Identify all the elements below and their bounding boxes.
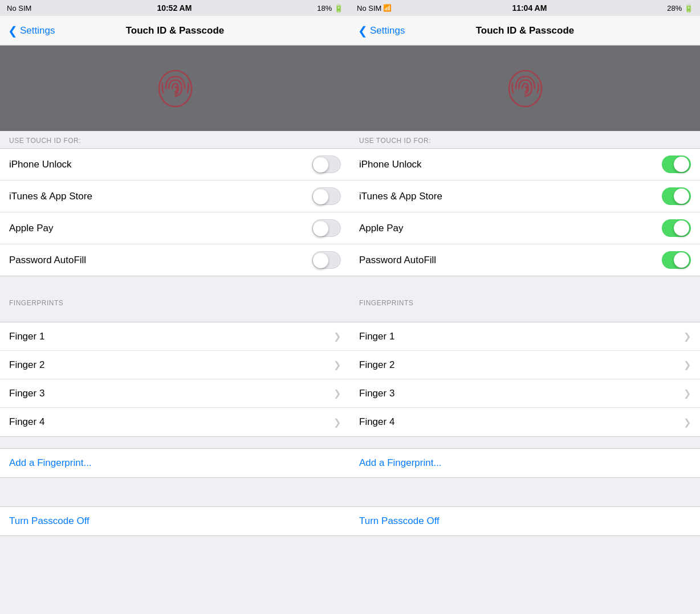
status-right: 18% 🔋 <box>317 4 343 13</box>
add-fingerprint-section: Add a Fingerprint... <box>350 448 700 478</box>
fingerprint-list: Finger 1 ❯ Finger 2 ❯ Finger 3 ❯ Finger … <box>350 322 700 437</box>
back-chevron-icon: ❮ <box>8 25 18 36</box>
status-time: 11:04 AM <box>512 3 547 13</box>
chevron-icon-0: ❯ <box>683 331 691 342</box>
toggle-row-0: iPhone Unlock <box>0 149 350 181</box>
status-bar: No SIM 10:52 AM 18% 🔋 <box>0 0 350 16</box>
chevron-icon-1: ❯ <box>683 359 691 370</box>
toggle-knob-2 <box>674 220 689 236</box>
chevron-icon-3: ❯ <box>333 417 341 428</box>
chevron-icon-0: ❯ <box>333 331 341 342</box>
passcode-row: Turn Passcode Off <box>350 507 700 535</box>
finger-row-1[interactable]: Finger 2 ❯ <box>0 351 350 379</box>
passcode-row: Turn Passcode Off <box>0 507 350 535</box>
toggle-row-2: Apple Pay <box>0 212 350 244</box>
bottom-filler <box>350 536 700 614</box>
spacer <box>350 478 700 495</box>
finger-row-1[interactable]: Finger 2 ❯ <box>350 351 700 379</box>
back-button[interactable]: ❮ Settings <box>358 25 405 36</box>
toggle-label-0: iPhone Unlock <box>359 159 422 170</box>
status-time: 10:52 AM <box>157 3 192 13</box>
chevron-icon-3: ❯ <box>683 417 691 428</box>
fingerprint-area <box>350 46 700 131</box>
touch-id-section-header: USE TOUCH ID FOR: <box>350 131 700 148</box>
nav-bar: ❮ Settings Touch ID & Passcode <box>350 16 700 46</box>
battery-icon: 🔋 <box>684 4 693 13</box>
finger-label-2: Finger 3 <box>359 388 394 399</box>
finger-row-3[interactable]: Finger 4 ❯ <box>350 408 700 436</box>
toggle-row-1: iTunes & App Store <box>350 181 700 212</box>
toggle-row-2: Apple Pay <box>350 212 700 244</box>
fingerprints-section-header: FINGERPRINTS <box>0 293 350 310</box>
chevron-icon-2: ❯ <box>333 388 341 399</box>
add-fingerprint-button[interactable]: Add a Fingerprint... <box>359 457 442 469</box>
finger-label-1: Finger 2 <box>359 359 394 371</box>
toggle-label-2: Apple Pay <box>9 223 54 234</box>
back-chevron-icon: ❮ <box>358 25 368 36</box>
status-left: No SIM 📶 <box>357 4 392 13</box>
toggle-knob-3 <box>313 253 328 268</box>
toggle-switch-0[interactable] <box>662 155 691 173</box>
toggle-switch-3[interactable] <box>312 251 341 269</box>
finger-label-2: Finger 3 <box>9 388 44 399</box>
toggle-switch-1[interactable] <box>662 187 691 205</box>
bottom-filler <box>0 536 350 614</box>
toggle-label-3: Password AutoFill <box>9 255 86 266</box>
nav-bar: ❮ Settings Touch ID & Passcode <box>0 16 350 46</box>
toggle-knob-3 <box>674 252 689 268</box>
toggle-knob-1 <box>313 189 328 204</box>
toggle-knob-1 <box>674 189 689 204</box>
nav-title: Touch ID & Passcode <box>476 25 575 36</box>
turn-passcode-off-button[interactable]: Turn Passcode Off <box>9 515 89 527</box>
toggle-label-1: iTunes & App Store <box>359 191 442 202</box>
toggle-switch-3[interactable] <box>662 251 691 269</box>
add-fingerprint-row: Add a Fingerprint... <box>350 449 700 477</box>
add-fingerprint-row: Add a Fingerprint... <box>0 449 350 477</box>
add-fingerprint-section: Add a Fingerprint... <box>0 448 350 478</box>
toggle-switch-2[interactable] <box>312 219 341 237</box>
phone-panel-left: No SIM 10:52 AM 18% 🔋 ❮ Settings Touch I… <box>0 0 350 614</box>
finger-row-2[interactable]: Finger 3 ❯ <box>350 379 700 408</box>
battery-icon: 🔋 <box>334 4 343 13</box>
toggle-label-2: Apple Pay <box>359 223 404 234</box>
status-carrier-text: No SIM <box>357 4 381 13</box>
finger-row-0[interactable]: Finger 1 ❯ <box>350 322 700 351</box>
finger-label-0: Finger 1 <box>9 331 44 342</box>
finger-label-3: Finger 4 <box>359 416 394 428</box>
finger-label-3: Finger 4 <box>9 416 44 428</box>
fingerprint-list: Finger 1 ❯ Finger 2 ❯ Finger 3 ❯ Finger … <box>0 322 350 437</box>
back-button[interactable]: ❮ Settings <box>8 25 55 36</box>
passcode-section: Turn Passcode Off <box>0 506 350 536</box>
toggle-row-1: iTunes & App Store <box>0 181 350 212</box>
status-left: No SIM <box>7 4 31 13</box>
toggle-section: iPhone Unlock iTunes & App Store Apple P… <box>0 148 350 276</box>
toggle-row-3: Password AutoFill <box>0 244 350 276</box>
finger-row-2[interactable]: Finger 3 ❯ <box>0 379 350 408</box>
toggle-label-1: iTunes & App Store <box>9 191 92 202</box>
status-carrier-text: No SIM <box>7 4 31 13</box>
toggle-section: iPhone Unlock iTunes & App Store Apple P… <box>350 148 700 276</box>
wifi-icon: 📶 <box>383 4 392 12</box>
toggle-switch-0[interactable] <box>312 155 341 173</box>
chevron-icon-1: ❯ <box>333 359 341 370</box>
back-button-label: Settings <box>20 25 55 36</box>
toggle-switch-1[interactable] <box>312 187 341 205</box>
touch-id-section-header: USE TOUCH ID FOR: <box>0 131 350 148</box>
finger-row-3[interactable]: Finger 4 ❯ <box>0 408 350 436</box>
add-fingerprint-button[interactable]: Add a Fingerprint... <box>9 457 92 469</box>
toggle-knob-0 <box>313 157 328 173</box>
toggle-label-3: Password AutoFill <box>359 255 436 266</box>
toggle-row-3: Password AutoFill <box>350 244 700 276</box>
toggle-knob-0 <box>674 157 689 172</box>
fingerprint-area <box>0 46 350 131</box>
chevron-icon-2: ❯ <box>683 388 691 399</box>
spacer <box>0 478 350 495</box>
fingerprints-section-header: FINGERPRINTS <box>350 293 700 310</box>
status-bar: No SIM 📶 11:04 AM 28% 🔋 <box>350 0 700 16</box>
turn-passcode-off-button[interactable]: Turn Passcode Off <box>359 515 439 527</box>
finger-label-0: Finger 1 <box>359 331 394 342</box>
toggle-switch-2[interactable] <box>662 219 691 237</box>
toggle-row-0: iPhone Unlock <box>350 149 700 181</box>
finger-row-0[interactable]: Finger 1 ❯ <box>0 322 350 351</box>
phone-panel-right: No SIM 📶 11:04 AM 28% 🔋 ❮ Settings Touch… <box>350 0 700 614</box>
